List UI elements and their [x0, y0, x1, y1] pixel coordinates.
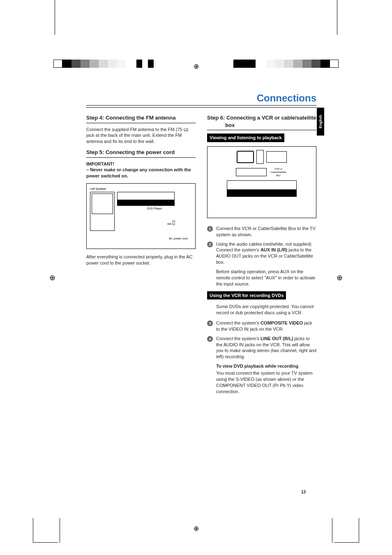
figure-power-connection: Left Speaker DVD Player ⚊▯ AC power cord — [86, 183, 196, 249]
crop-mark — [60, 518, 60, 543]
two-column-layout: Step 4: Connecting the FM antenna Connec… — [86, 112, 316, 394]
after-connect-text: After everything is connected properly, … — [86, 254, 196, 266]
rca-panel-icon — [266, 151, 287, 163]
step2-text: Using the audio cables (red/white, not s… — [216, 241, 316, 265]
registration-mark-icon: ⊕ — [194, 62, 199, 70]
step4-text: Connect the system's LINE OUT (R/L) jack… — [216, 336, 316, 360]
plug-icon: ⚊▯ — [117, 219, 192, 226]
step4-body: Connect the supplied FM antenna to the F… — [86, 127, 196, 145]
content-area: Connections Step 4: Connecting the FM an… — [86, 92, 316, 394]
dvd-player-icon — [227, 180, 297, 197]
crop-mark — [334, 518, 359, 543]
page-number: 13 — [301, 490, 306, 494]
registration-mark-icon: ⊕ — [194, 525, 199, 532]
page-title: Connections — [86, 92, 316, 106]
bold-text: COMPOSITE VIDEO — [261, 320, 303, 325]
step-item-2: 2 Using the audio cables (red/white, not… — [207, 241, 316, 265]
bold-text: COMPONENT VIDEO OUT — [216, 383, 272, 388]
omega-symbol: Ω — [184, 127, 187, 132]
vcr-icon — [236, 168, 267, 176]
step3-text: Connect the system's COMPOSITE VIDEO jac… — [216, 320, 316, 332]
important-body: – Never make or change any connection wi… — [86, 167, 196, 179]
registration-mark-icon: ⊕ — [337, 273, 343, 282]
rule — [86, 107, 316, 108]
tv-icon — [237, 151, 254, 163]
text: Before starting operation, press — [216, 269, 280, 274]
step4-heading: Step 4: Connecting the FM antenna — [86, 114, 196, 123]
step-item-3: 3 Connect the system's COMPOSITE VIDEO j… — [207, 320, 316, 332]
language-tab: English — [317, 108, 324, 136]
text: Connect the system's — [216, 320, 261, 325]
speaker-icon — [90, 192, 115, 231]
step-number-icon: 3 — [207, 320, 213, 326]
registration-mark-icon: ⊕ — [49, 273, 55, 282]
view-playback-body: You must connect the system to your TV s… — [216, 370, 316, 394]
language-label: English — [318, 115, 323, 129]
view-playback-heading: To view DVD playback while recording — [216, 363, 316, 369]
subheading-recording: Using the VCR for recording DVDs — [207, 291, 286, 300]
bold-text: AUX IN (L/R) — [261, 247, 287, 252]
figure-label-ac: AC power cord — [117, 237, 192, 240]
crop-mark — [55, 0, 55, 35]
bold-text: AUX — [280, 269, 290, 274]
step-number-icon: 1 — [207, 226, 213, 232]
important-heading: IMPORTANT! — [86, 161, 196, 167]
subheading-viewing: Viewing and listening to playback — [207, 134, 284, 142]
crop-mark — [332, 518, 332, 543]
crop-mark — [33, 518, 58, 543]
grey-swatches-right — [233, 60, 339, 68]
speaker-tower-icon — [256, 150, 264, 164]
bold-text: LINE OUT (R/L) — [261, 336, 293, 341]
left-column: Step 4: Connecting the FM antenna Connec… — [86, 112, 196, 394]
step-number-icon: 4 — [207, 336, 213, 342]
step6-heading: Step 6: Connecting a VCR or cable/satell… — [207, 114, 316, 130]
aux-note: Before starting operation, press AUX on … — [216, 269, 316, 287]
figure-label-left-speaker: Left Speaker — [90, 187, 192, 191]
figure-vcr-connection: VCR or Cable/Satellite Box — [207, 146, 316, 218]
text: (as shown above) or the — [254, 377, 304, 382]
manual-page: ⊕ ⊕ ⊕ ⊕ English Connections Step 4: Conn… — [0, 0, 392, 555]
step1-text: Connect the VCR or Cable/Satellite Box t… — [216, 226, 316, 238]
crop-mark — [337, 0, 337, 35]
figure-label-dvd: DVD Player — [117, 207, 192, 210]
figure-label-vcr: VCR or Cable/Satellite Box — [269, 167, 288, 177]
right-column: Step 6: Connecting a VCR or cable/satell… — [207, 112, 316, 394]
bold-text: S-VIDEO — [236, 377, 254, 382]
step-item-1: 1 Connect the VCR or Cable/Satellite Box… — [207, 226, 316, 238]
copy-protect-text: Some DVDs are copyright-protected. You c… — [216, 304, 316, 316]
text: Connect the supplied FM antenna to the F… — [86, 127, 184, 132]
step-number-icon: 2 — [207, 242, 213, 247]
step5-heading: Step 5: Connecting the power cord — [86, 149, 196, 158]
dvd-player-icon — [117, 192, 175, 206]
text: Connect the system's — [216, 336, 261, 341]
step-item-4: 4 Connect the system's LINE OUT (R/L) ja… — [207, 336, 316, 360]
grey-swatches-left — [53, 60, 154, 68]
